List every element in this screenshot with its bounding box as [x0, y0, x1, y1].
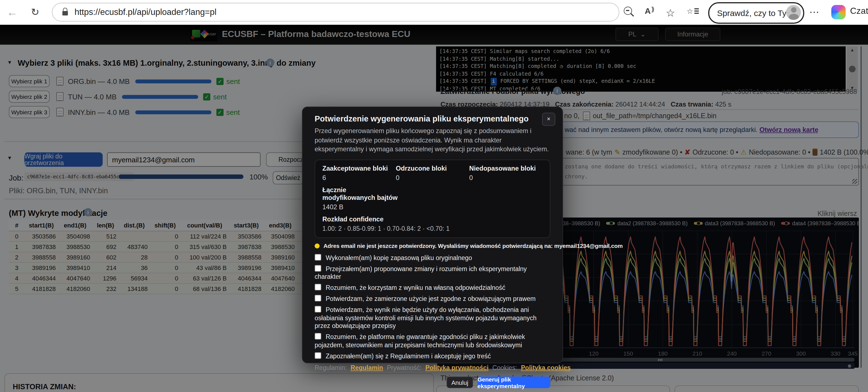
checkbox-row: Rozumiem, że platforma nie gwarantuje zg…	[315, 333, 550, 349]
checkbox[interactable]	[315, 284, 321, 291]
checkbox-row: Rozumiem, że korzystam z wyniku na własn…	[315, 284, 550, 292]
checkbox[interactable]	[315, 265, 321, 272]
copilot-label: Czat	[850, 6, 868, 16]
accepted-blocks-value: 6	[322, 174, 396, 182]
profile-button[interactable]: Sprawdź, czy to Ty	[708, 2, 804, 24]
accepted-blocks-label: Zaakceptowane bloki	[322, 165, 396, 173]
privacy-link[interactable]: Polityka prywatności	[425, 365, 489, 371]
checkbox-label: Wykonałem(am) kopię zapasową pliku orygi…	[326, 254, 472, 261]
checkbox-row: Przejrzałem(am) proponowane zmiany i roz…	[315, 265, 550, 281]
confidence-value: 1.00: 2 · 0.85-0.99: 1 · 0.70-0.84: 2 · …	[322, 225, 542, 232]
confirmation-modal: Potwierdzenie wygenerowania pliku eksper…	[302, 107, 563, 363]
modal-title: Potwierdzenie wygenerowania pliku eksper…	[315, 114, 550, 123]
profile-label: Sprawdź, czy to Ty	[717, 8, 786, 18]
checkbox-label: Rozumiem, że platforma nie gwarantuje zg…	[315, 334, 525, 349]
screen: ← ↻ https://ecusbf.pl/api/uploader?lang=…	[0, 0, 868, 392]
bytes-value: 1402 B	[322, 204, 542, 211]
more-menu-icon[interactable]: ⋯	[809, 5, 820, 19]
summary-box: Zaakceptowane bloki 6 Odrzucone bloki 0 …	[315, 159, 550, 238]
checkbox-row: Potwierdzam, że wynik nie będzie użyty d…	[315, 306, 550, 330]
reload-icon[interactable]: ↻	[31, 5, 39, 19]
checkbox[interactable]	[315, 333, 321, 340]
checkbox-row: Zapoznałem(am) się z Regulaminem i akcep…	[315, 352, 550, 360]
legal-links-row: Regulamin:Regulamin Prywatność:Polityka …	[315, 365, 550, 371]
copilot-icon[interactable]	[831, 5, 846, 19]
rejected-blocks-label: Odrzucone bloki	[396, 165, 469, 173]
checkbox-label: Potwierdzam, że wynik nie będzie użyty d…	[315, 307, 536, 329]
checkbox-label: Potwierdzam, że zamierzone użycie jest z…	[326, 296, 536, 302]
checkbox[interactable]	[315, 352, 321, 359]
checkbox-row: Potwierdzam, że zamierzone użycie jest z…	[315, 295, 550, 303]
mismatched-blocks-value: 0	[469, 174, 542, 182]
back-icon[interactable]: ←	[7, 5, 18, 19]
bytes-label: Łącznie modyfikowanych bajtów	[322, 187, 400, 202]
rejected-blocks-value: 0	[396, 174, 469, 182]
email-warning-row: Adres email nie jest jeszcze potwierdzon…	[315, 243, 550, 249]
confirmation-checkbox-list: Wykonałem(am) kopię zapasową pliku orygi…	[315, 254, 550, 360]
generate-file-button[interactable]: Generuj plik eksperymentalny	[477, 377, 550, 388]
checkbox-label: Rozumiem, że korzystam z wyniku na własn…	[326, 284, 505, 291]
url-text[interactable]: https://ecusbf.pl/api/uploader?lang=pl	[74, 7, 216, 17]
modal-intro: Przed wygenerowaniem pliku końcowego zap…	[315, 126, 550, 154]
lock-icon	[62, 11, 68, 16]
warning-dot-icon	[315, 243, 319, 248]
checkbox[interactable]	[315, 306, 321, 313]
cookies-link[interactable]: Polityka cookies	[521, 365, 571, 371]
address-bar[interactable]: https://ecusbf.pl/api/uploader?lang=pl	[52, 3, 619, 22]
favorites-star-icon[interactable]: ☆	[666, 6, 675, 21]
checkbox-label: Zapoznałem(am) się z Regulaminem i akcep…	[326, 353, 491, 359]
avatar	[786, 5, 801, 20]
close-icon[interactable]: ×	[542, 113, 555, 126]
mismatched-blocks-label: Niedopasowane bloki	[469, 165, 542, 173]
checkbox-row: Wykonałem(am) kopię zapasową pliku orygi…	[315, 254, 550, 262]
email-warning-text: Adres email nie jest jeszcze potwierdzon…	[323, 243, 623, 249]
page: ECUSBF ECUSBF – Platforma badawczo-testo…	[0, 24, 868, 392]
browser-toolbar: ← ↻ https://ecusbf.pl/api/uploader?lang=…	[0, 0, 868, 25]
cancel-button[interactable]: Anuluj	[446, 377, 473, 388]
terms-link[interactable]: Regulamin	[350, 365, 383, 371]
checkbox[interactable]	[315, 295, 321, 302]
checkbox[interactable]	[315, 254, 321, 261]
confidence-label: Rozkład confidence	[322, 216, 542, 223]
checkbox-label: Przejrzałem(am) proponowane zmiany i roz…	[315, 266, 527, 280]
